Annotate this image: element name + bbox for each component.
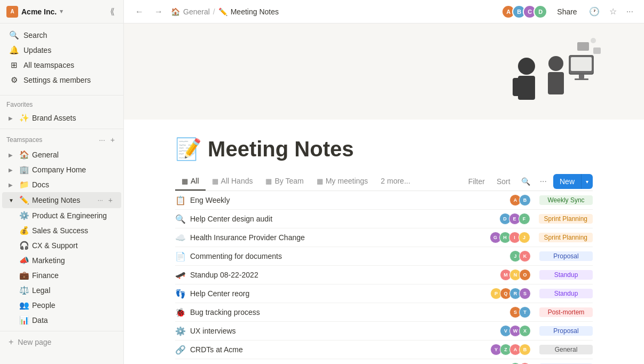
sidebar-item-all-teamspaces[interactable]: ⊞ All teamspaces [2, 58, 121, 73]
sidebar-item-finance[interactable]: 💼 Finance [2, 268, 121, 283]
row-avatar: F [519, 213, 530, 225]
meeting-row[interactable]: ☁️ Health Insurance Provider Change GHIJ… [175, 228, 593, 247]
tab-all-label: All [191, 177, 199, 185]
row-title: Eng Weekly [190, 196, 509, 204]
sidebar-divider-3 [0, 331, 123, 331]
tab-by-team-label: By Team [274, 177, 303, 185]
settings-icon: ⚙ [9, 75, 19, 85]
row-avatars: MNO [500, 269, 531, 281]
more-options-button[interactable]: ··· [624, 5, 635, 19]
sort-button[interactable]: Sort [492, 175, 515, 188]
tab-by-team-icon: ▦ [265, 177, 272, 185]
row-avatar: X [519, 325, 531, 337]
row-avatars: ST [509, 306, 531, 318]
table-search-button[interactable]: 🔍 [518, 175, 533, 188]
meeting-row[interactable]: 🐞 Bug tracking process ST Post-mortem [175, 303, 593, 322]
brand-assets-label: Brand Assets [32, 114, 115, 122]
new-button-chevron[interactable]: ▾ [581, 174, 593, 189]
sidebar-item-search[interactable]: 🔍 Search [2, 28, 121, 43]
row-avatar: S [519, 288, 531, 299]
breadcrumb-parent[interactable]: General [183, 7, 210, 16]
svg-rect-5 [548, 72, 564, 94]
chevron-icon: ▶ [9, 167, 16, 173]
meeting-row[interactable]: 📄 Commenting for documents JK Proposal [175, 247, 593, 266]
tab-by-team[interactable]: ▦ By Team [259, 172, 310, 191]
favorite-button[interactable]: ☆ [607, 4, 619, 19]
sidebar-top-bar: A Acme Inc. ▾ ⟪ [0, 0, 123, 23]
meeting-row[interactable]: 🔍 Help Center design audit DEF Sprint Pl… [175, 210, 593, 228]
row-icon: ⚙️ [175, 326, 190, 336]
collapse-sidebar-button[interactable]: ⟪ [108, 5, 117, 18]
workspace-name[interactable]: A Acme Inc. ▾ [6, 6, 63, 18]
forward-button[interactable]: → [152, 5, 166, 18]
row-tag: Sprint Planning [539, 233, 593, 242]
table-more-button[interactable]: ··· [537, 174, 550, 189]
sidebar-item-general[interactable]: ▶ 🏠 General [2, 147, 121, 162]
tab-all[interactable]: ▦ All [175, 172, 206, 191]
teamspaces-add-button[interactable]: + [108, 134, 117, 145]
tab-all-hands[interactable]: ▦ All Hands [206, 172, 260, 191]
meeting-notes-label: Meeting Notes [32, 196, 92, 204]
teamspaces-more-button[interactable]: ··· [97, 134, 107, 145]
meeting-row[interactable]: 🎪 Q1 Bug Bash BC Proposal [175, 359, 593, 364]
sidebar-item-settings[interactable]: ⚙ Settings & members [2, 73, 121, 88]
back-button[interactable]: ← [132, 5, 146, 18]
sidebar-item-data[interactable]: 📊 Data [2, 313, 121, 328]
sidebar-nav: 🔍 Search 🔔 Updates ⊞ All teamspaces ⚙ Se… [0, 23, 123, 92]
history-button[interactable]: 🕐 [587, 4, 602, 19]
row-avatar: O [519, 269, 531, 281]
meeting-row[interactable]: 🔗 CRDTs at Acme YZAB General [175, 341, 593, 359]
svg-rect-7 [571, 57, 592, 71]
sidebar-item-marketing[interactable]: 📣 Marketing [2, 253, 121, 268]
tab-my-meetings[interactable]: ▦ My meetings [310, 172, 374, 191]
row-icon: 📄 [175, 251, 190, 262]
new-button[interactable]: New [553, 174, 581, 189]
tab-my-meetings-label: My meetings [326, 177, 368, 185]
tab-all-hands-label: All Hands [221, 177, 253, 185]
page-title: 📝 Meeting Notes [175, 137, 593, 162]
svg-rect-9 [575, 78, 588, 80]
company-home-label: Company Home [32, 165, 115, 174]
sales-label: Sales & Success [32, 226, 115, 235]
row-icon: 🔍 [175, 214, 190, 224]
tab-more[interactable]: 2 more... [374, 172, 417, 191]
row-title: CRDTs at Acme [190, 345, 490, 354]
tab-my-meetings-icon: ▦ [317, 177, 323, 185]
sidebar-item-sales-success[interactable]: 💰 Sales & Success [2, 223, 121, 238]
meeting-notes-add-button[interactable]: + [106, 195, 115, 205]
row-avatars: JK [509, 250, 531, 262]
meeting-notes-actions: ··· + [96, 195, 115, 205]
sidebar-item-product-engineering[interactable]: ⚙️ Product & Engineering [2, 208, 121, 223]
titlebar: ← → 🏠 General / ✏️ Meeting Notes A B C D… [124, 0, 644, 23]
meeting-row[interactable]: 👣 Help Center reorg PQRS Standup [175, 284, 593, 303]
sidebar-item-people[interactable]: 👥 People [2, 298, 121, 313]
meeting-row[interactable]: 📋 Eng Weekly AB Weekly Sync [175, 191, 593, 210]
hero-banner [124, 23, 644, 120]
sidebar-item-brand-assets[interactable]: ▶ ✨ Brand Assets [2, 110, 121, 125]
new-page-plus-icon: + [9, 337, 13, 347]
settings-label: Settings & members [23, 76, 91, 84]
meeting-row[interactable]: 🛹 Standup 08-22-2022 MNO Standup [175, 266, 593, 284]
sidebar-item-company-home[interactable]: ▶ 🏢 Company Home [2, 162, 121, 177]
sidebar: A Acme Inc. ▾ ⟪ 🔍 Search 🔔 Updates ⊞ All… [0, 0, 124, 364]
row-title: Standup 08-22-2022 [190, 271, 500, 279]
meeting-row[interactable]: ⚙️ UX interviews VWX Proposal [175, 322, 593, 341]
sidebar-item-cx-support[interactable]: 🎧 CX & Support [2, 238, 121, 253]
meeting-notes-more-button[interactable]: ··· [96, 195, 105, 205]
sidebar-item-meeting-notes[interactable]: ▼ ✏️ Meeting Notes ··· + [2, 192, 121, 208]
marketing-icon: 📣 [19, 256, 29, 265]
row-icon: 🐞 [175, 307, 190, 318]
share-button[interactable]: Share [553, 5, 581, 18]
breadcrumb-home-icon: 🏠 [171, 7, 180, 16]
svg-point-0 [518, 58, 535, 75]
sidebar-item-updates[interactable]: 🔔 Updates [2, 43, 121, 58]
sidebar-item-docs[interactable]: ▶ 📁 Docs [2, 177, 121, 192]
tab-more-label: 2 more... [381, 177, 410, 185]
row-tag: Sprint Planning [539, 214, 593, 224]
sidebar-item-legal[interactable]: ⚖️ Legal [2, 283, 121, 298]
new-page-button[interactable]: + New page [2, 335, 121, 350]
tab-all-icon: ▦ [182, 177, 188, 185]
filter-button[interactable]: Filter [464, 175, 489, 188]
row-avatar: K [519, 250, 531, 262]
all-teamspaces-label: All teamspaces [23, 61, 74, 69]
